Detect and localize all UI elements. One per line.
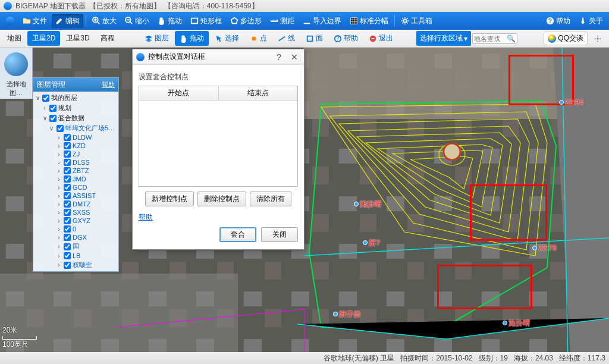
- polygon-button[interactable]: 多边形: [227, 14, 265, 28]
- help-button[interactable]: ?帮助: [542, 14, 574, 28]
- tree-checkbox[interactable]: [49, 115, 56, 122]
- zoom-in-button[interactable]: 放大: [89, 14, 120, 28]
- dialog-close-button[interactable]: ✕: [288, 52, 300, 62]
- grid-button[interactable]: 标准分幅: [346, 14, 392, 28]
- tree-toggle[interactable]: ∨: [34, 95, 40, 101]
- edit-menu[interactable]: 编辑: [52, 14, 83, 28]
- earth-icon[interactable]: [4, 52, 28, 76]
- search-icon[interactable]: 🔍: [507, 34, 516, 43]
- tree-checkbox[interactable]: [42, 95, 49, 102]
- rect-button[interactable]: 矩形框: [187, 14, 225, 28]
- layer-label[interactable]: KZD: [73, 142, 86, 149]
- layer-label[interactable]: JMD: [73, 175, 86, 183]
- tree-toggle[interactable]: ›: [56, 193, 62, 199]
- tree-checkbox[interactable]: [64, 200, 71, 208]
- tree-toggle[interactable]: ›: [56, 184, 62, 191]
- layer-label[interactable]: DMTZ: [73, 200, 91, 208]
- tree-checkbox[interactable]: [64, 184, 71, 191]
- map-tab[interactable]: 地图: [2, 31, 26, 46]
- layer-label[interactable]: ASSIST: [73, 192, 96, 199]
- layer-label[interactable]: 国: [73, 242, 79, 251]
- layer-panel-header[interactable]: 图层管理 帮助: [33, 78, 118, 92]
- tree-toggle[interactable]: ›: [56, 209, 62, 216]
- layer-item[interactable]: ›0: [33, 225, 118, 233]
- tree-checkbox[interactable]: [64, 175, 71, 183]
- layer-item[interactable]: ›GCD: [33, 183, 118, 192]
- layer-item[interactable]: ›LB: [33, 252, 118, 260]
- tree-toggle[interactable]: ›: [56, 151, 62, 158]
- toolbox-button[interactable]: 工具箱: [397, 14, 436, 28]
- layer-label[interactable]: DLDW: [73, 134, 92, 141]
- layer-label[interactable]: SXSS: [73, 209, 90, 216]
- tree-toggle[interactable]: ›: [56, 253, 62, 259]
- layers-button[interactable]: 图层: [140, 31, 174, 46]
- sat3d-tab[interactable]: 卫星3D: [61, 31, 94, 46]
- logo-button[interactable]: [2, 15, 18, 27]
- dialog-help-link[interactable]: 帮助: [139, 213, 153, 221]
- layer-item[interactable]: ›ZJ: [33, 150, 118, 158]
- point-button[interactable]: 点: [245, 31, 272, 46]
- layer-label[interactable]: LB: [73, 252, 80, 259]
- layer-item[interactable]: ›ZBTZ: [33, 167, 118, 175]
- tree-checkbox[interactable]: [64, 192, 71, 199]
- measure-button[interactable]: 测距: [266, 14, 298, 28]
- layer-label[interactable]: DLSS: [73, 159, 90, 166]
- tree-toggle[interactable]: ∨: [49, 125, 55, 131]
- layer-item[interactable]: ›GXYZ: [33, 216, 118, 225]
- tree-toggle[interactable]: ›: [56, 176, 62, 183]
- settings-button[interactable]: [589, 32, 607, 45]
- close-button[interactable]: 关闭: [261, 227, 298, 242]
- tree-checkbox[interactable]: [56, 125, 64, 132]
- layer-tree[interactable]: ∨我的图层 ›规划 ∨套合数据 ∨蚌埠文化广场54-3 ›DLDW›KZD›ZJ…: [33, 92, 118, 271]
- tree-toggle[interactable]: ›: [56, 201, 62, 208]
- import-button[interactable]: 导入边界: [299, 14, 345, 28]
- tree-checkbox[interactable]: [64, 217, 71, 224]
- sat2d-tab[interactable]: 卫星2D: [27, 31, 60, 46]
- tree-checkbox[interactable]: [64, 209, 71, 216]
- tree-checkbox[interactable]: [64, 262, 71, 269]
- layer-label[interactable]: 权啵歪: [73, 261, 92, 269]
- tree-toggle[interactable]: ∨: [42, 115, 48, 121]
- layer-item[interactable]: ›ASSIST: [33, 192, 118, 200]
- tree-checkbox[interactable]: [64, 234, 71, 241]
- tree-checkbox[interactable]: [64, 252, 71, 259]
- admin-region-select[interactable]: 选择行政区域▾: [416, 31, 471, 46]
- tree-checkbox[interactable]: [64, 142, 71, 149]
- tree-toggle[interactable]: ›: [56, 243, 62, 250]
- layer-item[interactable]: ›KZD: [33, 142, 118, 150]
- tree-toggle[interactable]: ›: [56, 143, 62, 149]
- add-point-button[interactable]: 新增控制点: [145, 192, 194, 206]
- dialog-help-button[interactable]: ?: [273, 52, 285, 62]
- col-start[interactable]: 开始点: [139, 86, 219, 100]
- layer-label[interactable]: ZBTZ: [73, 167, 89, 174]
- tree-checkbox[interactable]: [64, 134, 71, 141]
- tree-toggle[interactable]: ›: [56, 168, 62, 174]
- tree-toggle[interactable]: ›: [56, 134, 62, 141]
- layer-item[interactable]: ›国: [33, 241, 118, 252]
- tree-checkbox[interactable]: [64, 243, 71, 250]
- layer-help-link[interactable]: 帮助: [102, 80, 115, 89]
- pan-button[interactable]: 拖动: [154, 14, 186, 28]
- place-search[interactable]: 🔍: [472, 33, 517, 44]
- tree-toggle[interactable]: ›: [56, 234, 62, 241]
- clear-all-button[interactable]: 清除所有: [250, 192, 291, 206]
- tree-checkbox[interactable]: [64, 225, 71, 233]
- elevation-tab[interactable]: 高程: [96, 31, 120, 46]
- place-search-input[interactable]: [474, 35, 507, 42]
- delete-point-button[interactable]: 删除控制点: [197, 192, 246, 206]
- col-end[interactable]: 结束点: [219, 86, 298, 100]
- sub-help-button[interactable]: ?帮助: [329, 31, 363, 46]
- select-button[interactable]: 选择: [210, 31, 244, 46]
- control-point-table[interactable]: 开始点 结束点: [139, 86, 298, 187]
- layer-item[interactable]: ›JMD: [33, 175, 118, 183]
- tree-toggle[interactable]: ›: [56, 159, 62, 166]
- tree-checkbox[interactable]: [49, 105, 56, 112]
- tree-checkbox[interactable]: [64, 167, 71, 174]
- layer-label[interactable]: GXYZ: [73, 217, 90, 224]
- dialog-titlebar[interactable]: 控制点设置对话框 ? ✕: [133, 49, 304, 65]
- tree-checkbox[interactable]: [64, 159, 71, 166]
- layer-item[interactable]: ›DGX: [33, 233, 118, 241]
- layer-label[interactable]: 0: [73, 225, 76, 233]
- layer-label[interactable]: ZJ: [73, 150, 80, 158]
- zoom-out-button[interactable]: 缩小: [121, 14, 153, 28]
